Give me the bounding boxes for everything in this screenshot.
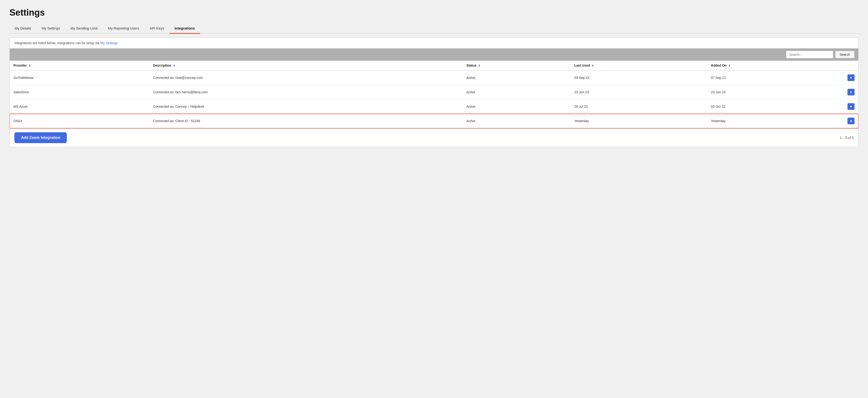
row-dropdown-button[interactable]: ▼	[847, 75, 855, 81]
added-on-cell: 07 Sep 21	[707, 70, 844, 85]
search-button[interactable]: Search	[835, 51, 855, 58]
footer-bar: Add Zoom Integration 1 – 5 of 5	[10, 128, 858, 147]
main-card: Integrations are listed below. Integrati…	[9, 37, 859, 147]
tab-my-sending-limit[interactable]: My Sending Limit	[65, 23, 103, 34]
provider-cell: Salesforce	[10, 85, 149, 100]
last-used-cell: 23 Jun 23	[570, 85, 707, 100]
last-used-cell: 03 Sep 23	[570, 70, 707, 85]
status-cell: Active	[463, 100, 570, 114]
provider-sort-icon[interactable]: ⬆	[29, 64, 31, 67]
status-sort-icon[interactable]: ⬆	[478, 64, 480, 67]
provider-cell: ON24	[10, 114, 149, 128]
row-dropdown-button[interactable]: ▼	[847, 103, 855, 110]
col-provider: Provider ⬆	[10, 61, 149, 70]
tab-my-reporting-users[interactable]: My Reporting Users	[103, 23, 145, 34]
description-cell: Connected as: Concep – Helpdesk	[149, 100, 463, 114]
row-dropdown-button[interactable]: ▼	[847, 89, 855, 95]
description-cell: Connected as: Client ID - 52249	[149, 114, 463, 128]
description-cell: Connected as: ben.harris@litera.com	[149, 85, 463, 100]
tab-api-keys[interactable]: API Keys	[145, 23, 169, 34]
action-cell: ▼	[844, 100, 858, 114]
search-bar: Search	[10, 49, 858, 61]
col-added-on: Added On ⬆	[707, 61, 844, 70]
provider-cell: MS Azure	[10, 100, 149, 114]
tab-nav: My Details My Settings My Sending Limit …	[9, 23, 859, 34]
last-used-cell: Yesterday	[570, 114, 707, 128]
col-status: Status ⬆	[463, 61, 570, 70]
info-bar: Integrations are listed below. Integrati…	[10, 38, 858, 49]
col-actions	[844, 61, 858, 70]
tab-integrations[interactable]: Integrations	[169, 23, 200, 34]
action-cell: ▼	[844, 114, 858, 128]
last-used-sort-icon[interactable]: ⬆	[592, 64, 594, 67]
provider-cell: GoToWebinar	[10, 70, 149, 85]
status-cell: Active	[463, 85, 570, 100]
col-last-used: Last Used ⬆	[570, 61, 707, 70]
add-zoom-integration-button[interactable]: Add Zoom Integration	[14, 132, 67, 143]
tab-my-settings[interactable]: My Settings	[36, 23, 65, 34]
status-cell: Active	[463, 70, 570, 85]
page-title: Settings	[9, 7, 859, 18]
status-cell: Active	[463, 114, 570, 128]
col-description: Description ⬆	[149, 61, 463, 70]
description-sort-icon[interactable]: ⬆	[173, 64, 175, 67]
info-suffix: .	[118, 41, 119, 45]
table-row: ON24Connected as: Client ID - 52249Activ…	[10, 114, 858, 128]
table-row: MS AzureConnected as: Concep – HelpdeskA…	[10, 100, 858, 114]
table-row: SalesforceConnected as: ben.harris@liter…	[10, 85, 858, 100]
table-row: GoToWebinarConnected as: chat@concep.com…	[10, 70, 858, 85]
pagination-text: 1 – 5 of 5	[840, 136, 854, 140]
row-dropdown-button[interactable]: ▼	[847, 118, 855, 124]
table-header-row: Provider ⬆ Description ⬆ Status ⬆ Last U…	[10, 61, 858, 70]
added-on-cell: 03 Oct 22	[707, 100, 844, 114]
last-used-cell: 26 Jul 23	[570, 100, 707, 114]
search-input[interactable]	[786, 51, 833, 58]
tab-my-details[interactable]: My Details	[9, 23, 36, 34]
added-on-cell: 23 Jun 23	[707, 85, 844, 100]
integrations-table: Provider ⬆ Description ⬆ Status ⬆ Last U…	[10, 61, 858, 128]
description-cell: Connected as: chat@concep.com	[149, 70, 463, 85]
added-on-sort-icon[interactable]: ⬆	[728, 64, 731, 67]
added-on-cell: Yesterday	[707, 114, 844, 128]
action-cell: ▼	[844, 70, 858, 85]
info-text: Integrations are listed below. Integrati…	[14, 41, 100, 45]
action-cell: ▼	[844, 85, 858, 100]
my-settings-link[interactable]: My Settings	[100, 41, 118, 45]
